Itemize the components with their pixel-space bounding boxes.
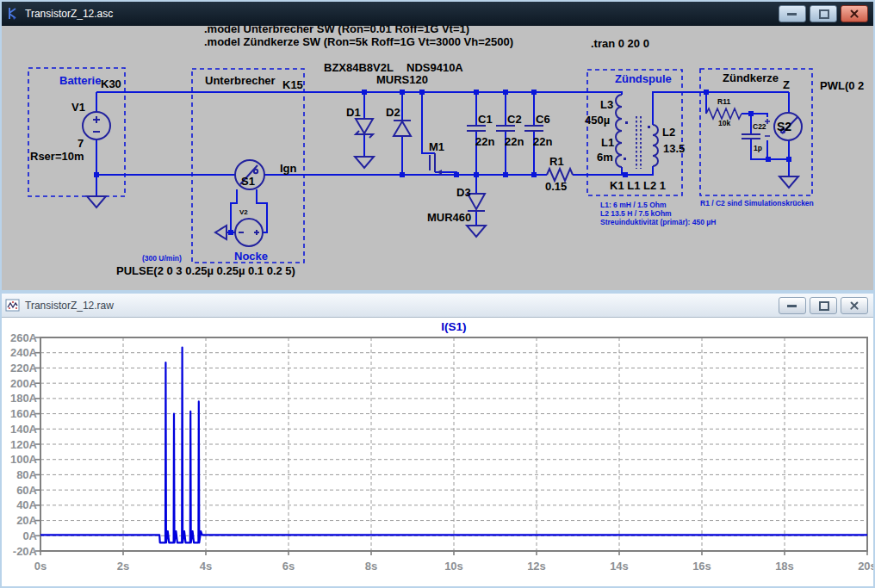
resistor-r1[interactable] — [547, 169, 573, 181]
y-tick-label: 120A — [10, 438, 38, 451]
part-labels[interactable]: V1 7 Rser=10m BZX84B8V2L NDS9410A MURS12… — [30, 61, 791, 224]
minimize-icon — [787, 13, 797, 15]
section-boxes — [28, 68, 812, 263]
value-c6[interactable]: 22n — [533, 135, 552, 148]
label-v1[interactable]: V1 — [71, 101, 85, 114]
transformer-coils[interactable] — [616, 95, 658, 169]
net-z[interactable]: Z — [783, 78, 790, 91]
label-l1[interactable]: L1 — [601, 136, 614, 149]
primary-coil[interactable] — [616, 95, 622, 167]
directive-coupling[interactable]: K1 L1 L2 1 — [610, 179, 666, 192]
value-l3[interactable]: 450µ — [585, 114, 610, 127]
mosfet-m1[interactable] — [430, 153, 442, 175]
annotation-streu-note[interactable]: Streuinduktivität (primär): 450 µH — [600, 218, 716, 226]
label-d3[interactable]: D3 — [456, 186, 471, 199]
label-d2[interactable]: D2 — [386, 106, 400, 119]
voltage-source-v2[interactable] — [235, 219, 263, 246]
y-tick-label: 180A — [10, 392, 38, 405]
directive-pulse[interactable]: PULSE(2 0 3 0.25µ 0.25µ 0.1 0.2 5) — [116, 264, 295, 277]
value-rser[interactable]: Rser=10m — [30, 150, 84, 163]
core-icon — [636, 116, 641, 169]
label-r1[interactable]: R1 — [549, 155, 564, 168]
directive-pwl[interactable]: PWL(0 2 — [820, 79, 864, 92]
spice-directives[interactable]: .model Unterbrecher SW (Ron=0.01 Roff=1G… — [116, 26, 864, 277]
waveform-titlebar[interactable]: TransistorZ_12.raw — [2, 294, 873, 318]
label-c2[interactable]: C2 — [507, 113, 522, 126]
restore-button[interactable] — [810, 5, 837, 22]
capacitor-c2[interactable] — [496, 126, 515, 131]
value-c2[interactable]: 22n — [505, 135, 524, 148]
waveform-plot-area[interactable]: I(S1) 260A240A220A200A180A160A140A120A10… — [2, 318, 873, 586]
y-tick-label: 240A — [10, 346, 38, 359]
plot-trace-title[interactable]: I(S1) — [441, 320, 466, 333]
net-ign[interactable]: Ign — [280, 162, 297, 175]
x-tick-label: 18s — [775, 560, 794, 573]
value-r1[interactable]: 0.15 — [545, 180, 567, 193]
resistor-r11[interactable] — [706, 108, 742, 119]
value-l1[interactable]: 6m — [597, 151, 613, 164]
capacitor-c22[interactable] — [742, 134, 760, 139]
y-tick-label: 20A — [16, 514, 37, 527]
zener-diode-d1[interactable] — [356, 119, 373, 138]
y-tick-label: 140A — [10, 423, 38, 436]
schematic-titlebar[interactable]: TransistorZ_12.asc — [2, 2, 873, 26]
zundkerze-title[interactable]: Zündkerze — [723, 71, 779, 84]
annotation-sim-note[interactable]: R1 / C2 sind Simulationskrücken — [700, 199, 814, 207]
ground-symbols — [87, 157, 798, 239]
directive-model-zundkerze[interactable]: .model Zündkerze SW (Ron=5k Roff=1G Vt=3… — [204, 35, 513, 48]
y-tick-label: 260A — [10, 331, 38, 344]
label-nds[interactable]: NDS9410A — [406, 61, 463, 74]
value-d3[interactable]: MUR460 — [427, 211, 471, 224]
label-c6[interactable]: C6 — [536, 113, 550, 126]
directive-model-unterbrecher[interactable]: .model Unterbrecher SW (Ron=0.01 Roff=1G… — [204, 26, 469, 35]
capacitor-c6[interactable] — [524, 126, 543, 131]
x-tick-label: 2s — [117, 560, 129, 573]
label-murs[interactable]: MURS120 — [376, 73, 428, 86]
label-s2[interactable]: S2 — [777, 120, 791, 133]
batterie-title[interactable]: Batterie — [59, 74, 101, 87]
label-l2[interactable]: L2 — [662, 126, 675, 139]
label-c1[interactable]: C1 — [478, 113, 493, 126]
zundspule-title[interactable]: Zündspule — [615, 72, 672, 85]
label-d1[interactable]: D1 — [346, 106, 361, 119]
directive-tran[interactable]: .tran 0 20 0 — [591, 37, 649, 50]
annotation-nocke[interactable]: Nocke — [234, 250, 268, 263]
schematic-canvas[interactable]: .model Unterbrecher SW (Ron=0.01 Roff=1G… — [2, 26, 873, 290]
net-k30[interactable]: K30 — [101, 77, 121, 90]
close-button[interactable] — [841, 5, 868, 22]
value-c1[interactable]: 22n — [475, 135, 494, 148]
value-v1[interactable]: 7 — [78, 137, 84, 150]
capacitor-c1[interactable] — [467, 126, 486, 131]
desktop: TransistorZ_12.asc — [0, 0, 875, 588]
x-tick-label: 12s — [527, 560, 546, 573]
annotation-rpm[interactable]: (300 U/min) — [142, 254, 182, 263]
unterbrecher-title[interactable]: Unterbrecher — [205, 74, 276, 87]
secondary-coil[interactable] — [653, 125, 658, 166]
y-tick-label: 40A — [16, 498, 37, 511]
voltage-source-v1[interactable] — [83, 112, 110, 139]
schematic-window-title: TransistorZ_12.asc — [25, 8, 779, 20]
label-c22[interactable]: C22 — [753, 122, 766, 131]
restore-icon — [819, 301, 829, 311]
value-r11[interactable]: 10k — [718, 119, 730, 127]
label-v2[interactable]: V2 — [239, 208, 248, 216]
value-c22[interactable]: 1p — [754, 144, 762, 152]
annotation-l1-note[interactable]: L1: 6 mH / 1.5 Ohm — [600, 201, 667, 209]
annotation-l2-note[interactable]: L2 13.5 H / 7.5 kOhm — [600, 209, 672, 218]
x-tick-label: 6s — [282, 560, 295, 573]
label-s1[interactable]: S1 — [241, 175, 255, 188]
minimize-button[interactable] — [779, 5, 806, 22]
label-l3[interactable]: L3 — [600, 98, 613, 111]
net-k15[interactable]: K15 — [282, 78, 303, 91]
diode-d2[interactable] — [394, 121, 411, 136]
label-r11[interactable]: R11 — [717, 97, 730, 106]
ground-icon — [779, 176, 798, 188]
label-m1[interactable]: M1 — [429, 140, 444, 153]
x-tick-label: 10s — [444, 560, 463, 573]
minimize-button[interactable] — [779, 297, 806, 314]
x-tick-label: 0s — [34, 560, 47, 573]
value-l2[interactable]: 13.5 — [663, 142, 685, 155]
close-button[interactable] — [841, 297, 868, 314]
restore-button[interactable] — [810, 297, 837, 314]
label-bzx[interactable]: BZX84B8V2L — [324, 61, 394, 74]
